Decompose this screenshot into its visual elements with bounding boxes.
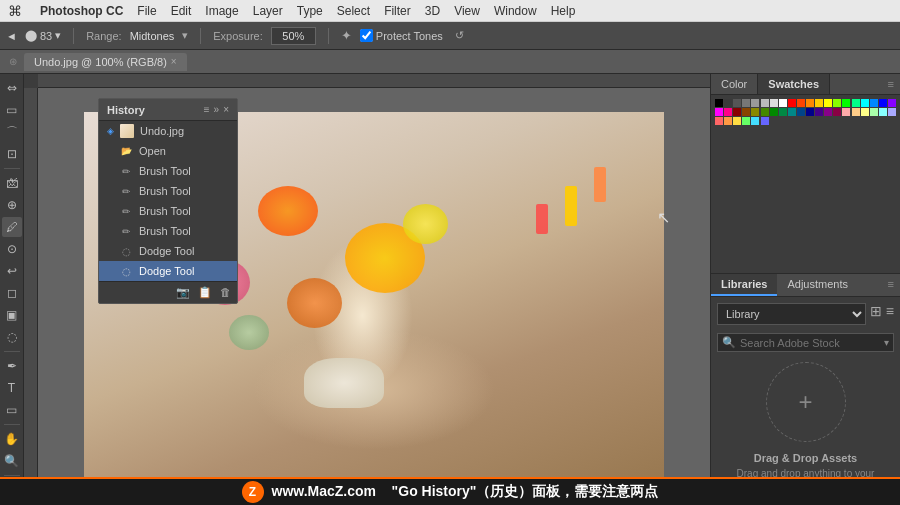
menu-filter[interactable]: Filter [384, 4, 411, 18]
select-tool[interactable]: ▭ [2, 100, 22, 120]
eraser-tool[interactable]: ◻ [2, 283, 22, 303]
color-swatch[interactable] [879, 99, 887, 107]
menu-help[interactable]: Help [551, 4, 576, 18]
color-swatch[interactable] [761, 108, 769, 116]
heal-tool[interactable]: ⊕ [2, 195, 22, 215]
shape-tool[interactable]: ▭ [2, 400, 22, 420]
menu-image[interactable]: Image [205, 4, 238, 18]
history-item-1[interactable]: 📂 Open [99, 141, 237, 161]
color-swatch[interactable] [842, 99, 850, 107]
color-swatch[interactable] [788, 108, 796, 116]
menu-window[interactable]: Window [494, 4, 537, 18]
menu-type[interactable]: Type [297, 4, 323, 18]
color-swatch[interactable] [824, 99, 832, 107]
history-item-6[interactable]: ◌ Dodge Tool [99, 241, 237, 261]
color-swatch[interactable] [724, 108, 732, 116]
menu-select[interactable]: Select [337, 4, 370, 18]
history-panel-controls[interactable]: ≡ » × [204, 104, 229, 115]
color-swatch[interactable] [779, 108, 787, 116]
tab-libraries[interactable]: Libraries [711, 274, 777, 296]
color-swatch[interactable] [870, 99, 878, 107]
eyedropper-tool[interactable]: 🖄 [2, 173, 22, 193]
brush-size[interactable]: ⬤ 83 ▾ [25, 29, 61, 42]
document-tab[interactable]: Undo.jpg @ 100% (RGB/8) × [24, 53, 187, 71]
menu-view[interactable]: View [454, 4, 480, 18]
plus-icon[interactable]: + [798, 388, 812, 416]
protect-tones-checkbox[interactable]: Protect Tones [360, 29, 443, 42]
history-item-4[interactable]: ✏ Brush Tool [99, 201, 237, 221]
history-item-2[interactable]: ✏ Brush Tool [99, 161, 237, 181]
color-swatch[interactable] [879, 108, 887, 116]
history-item-7[interactable]: ◌ Dodge Tool [99, 261, 237, 281]
tab-close-btn[interactable]: × [171, 56, 177, 67]
range-value[interactable]: Midtones [130, 30, 175, 42]
menu-layer[interactable]: Layer [253, 4, 283, 18]
grid-view-icon[interactable]: ⊞ [870, 303, 882, 329]
color-swatch[interactable] [815, 108, 823, 116]
history-item-5[interactable]: ✏ Brush Tool [99, 221, 237, 241]
zoom-tool[interactable]: 🔍 [2, 451, 22, 471]
color-swatch[interactable] [733, 108, 741, 116]
text-tool[interactable]: T [2, 378, 22, 398]
library-search[interactable]: 🔍 ▾ [717, 333, 894, 352]
color-swatch[interactable] [733, 117, 741, 125]
color-swatch[interactable] [788, 99, 796, 107]
color-swatch[interactable] [888, 108, 896, 116]
color-swatch[interactable] [852, 99, 860, 107]
create-document-btn[interactable]: 📋 [198, 286, 212, 299]
menu-edit[interactable]: Edit [171, 4, 192, 18]
tool-options-left[interactable]: ◄ [6, 30, 17, 42]
color-swatch[interactable] [751, 99, 759, 107]
menu-file[interactable]: File [137, 4, 156, 18]
create-snapshot-btn[interactable]: 📷 [176, 286, 190, 299]
color-swatch[interactable] [852, 108, 860, 116]
history-menu-icon[interactable]: ≡ [204, 104, 210, 115]
color-swatch[interactable] [742, 108, 750, 116]
lasso-tool[interactable]: ⌒ [2, 122, 22, 142]
canvas-scroll[interactable]: History ≡ » × ◈ Undo.jpg [38, 88, 710, 505]
color-swatch[interactable] [715, 99, 723, 107]
delete-state-btn[interactable]: 🗑 [220, 286, 231, 299]
color-swatch[interactable] [733, 99, 741, 107]
dodge-tool[interactable]: ◌ [2, 327, 22, 347]
library-dropdown[interactable]: Library [717, 303, 866, 325]
move-tool[interactable]: ⇔ [2, 78, 22, 98]
tab-color[interactable]: Color [711, 74, 758, 94]
color-swatch[interactable] [724, 117, 732, 125]
color-swatch[interactable] [797, 99, 805, 107]
color-swatch[interactable] [824, 108, 832, 116]
color-swatch[interactable] [779, 99, 787, 107]
color-swatch[interactable] [833, 99, 841, 107]
reset-icon[interactable]: ↺ [455, 29, 464, 42]
color-swatch[interactable] [815, 99, 823, 107]
protect-tones-check[interactable] [360, 29, 373, 42]
pen-tool[interactable]: ✒ [2, 356, 22, 376]
stamp-tool[interactable]: ⊙ [2, 239, 22, 259]
color-swatch[interactable] [833, 108, 841, 116]
color-swatch[interactable] [751, 108, 759, 116]
color-swatch[interactable] [806, 99, 814, 107]
history-close-icon[interactable]: × [223, 104, 229, 115]
color-swatch[interactable] [751, 117, 759, 125]
color-swatch[interactable] [724, 99, 732, 107]
color-swatch[interactable] [761, 117, 769, 125]
color-panel-menu[interactable]: ≡ [882, 74, 900, 94]
menu-3d[interactable]: 3D [425, 4, 440, 18]
color-swatch[interactable] [761, 99, 769, 107]
color-swatch[interactable] [770, 108, 778, 116]
exposure-input[interactable] [271, 27, 316, 45]
tab-swatches[interactable]: Swatches [758, 74, 830, 94]
color-swatch[interactable] [742, 99, 750, 107]
color-swatch[interactable] [861, 99, 869, 107]
color-swatch[interactable] [715, 117, 723, 125]
library-search-input[interactable] [740, 337, 880, 349]
tab-adjustments[interactable]: Adjustments [777, 274, 858, 296]
color-swatch[interactable] [888, 99, 896, 107]
list-view-icon[interactable]: ≡ [886, 303, 894, 329]
color-swatch[interactable] [870, 108, 878, 116]
color-swatch[interactable] [842, 108, 850, 116]
close-doc-icon[interactable]: ⊛ [6, 55, 20, 69]
history-item-0[interactable]: ◈ Undo.jpg [99, 121, 237, 141]
color-swatch[interactable] [770, 99, 778, 107]
hand-tool[interactable]: ✋ [2, 429, 22, 449]
